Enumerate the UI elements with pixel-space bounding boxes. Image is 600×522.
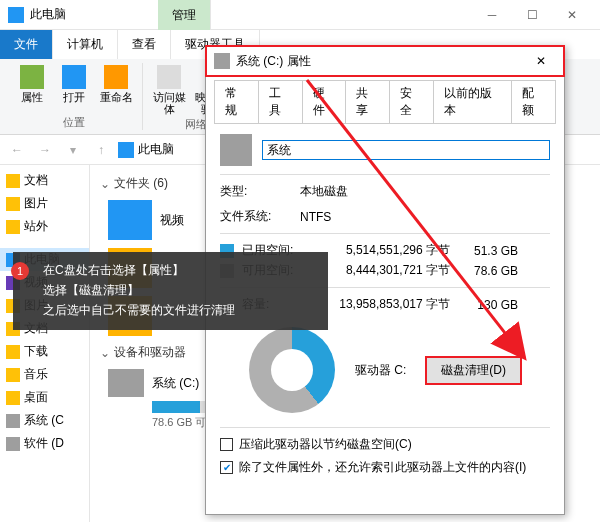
minimize-button[interactable]: ─: [472, 1, 512, 29]
properties-title: 系统 (C:) 属性: [236, 53, 526, 70]
folder-icon: [6, 391, 20, 405]
chevron-down-icon: ⌄: [100, 346, 110, 360]
folder-icon: [6, 220, 20, 234]
nav-recent[interactable]: ▾: [62, 139, 84, 161]
disk-icon: [214, 53, 230, 69]
tab-file[interactable]: 文件: [0, 30, 53, 59]
explorer-titlebar: 此电脑 管理 ─ ☐ ✕: [0, 0, 600, 30]
type-label: 类型:: [220, 183, 290, 200]
checkbox-unchecked-icon: [220, 438, 233, 451]
compress-checkbox-row[interactable]: 压缩此驱动器以节约磁盘空间(C): [220, 436, 550, 453]
drive-c-label: 系统 (C:): [152, 375, 199, 392]
rename-icon: [104, 65, 128, 89]
used-bytes: 5,514,551,296 字节: [320, 242, 450, 259]
tree-documents[interactable]: 文档: [0, 169, 89, 192]
tab-view[interactable]: 查看: [118, 30, 171, 59]
properties-titlebar: 系统 (C:) 属性 ✕: [206, 46, 564, 76]
maximize-button[interactable]: ☐: [512, 1, 552, 29]
breadcrumb[interactable]: 此电脑: [118, 141, 174, 158]
disk-cleanup-button[interactable]: 磁盘清理(D): [426, 357, 521, 384]
video-folder-icon: [108, 200, 152, 240]
open-icon: [62, 65, 86, 89]
free-gb: 78.6 GB: [458, 264, 518, 278]
tutorial-line1: 在C盘处右击选择【属性】: [43, 260, 318, 280]
type-value: 本地磁盘: [300, 183, 348, 200]
tree-drive-c[interactable]: 系统 (C: [0, 409, 89, 432]
drive-name-input[interactable]: [262, 140, 550, 160]
fs-label: 文件系统:: [220, 208, 290, 225]
breadcrumb-this-pc: 此电脑: [138, 141, 174, 158]
properties-tabs: 常规 工具 硬件 共享 安全 以前的版本 配额: [206, 76, 564, 123]
tree-downloads[interactable]: 下载: [0, 340, 89, 363]
fs-value: NTFS: [300, 210, 331, 224]
properties-close-button[interactable]: ✕: [526, 54, 556, 68]
disk-icon: [220, 134, 252, 166]
tree-pictures[interactable]: 图片: [0, 192, 89, 215]
ribbon-group-location: 位置: [63, 115, 85, 130]
ribbon-rename[interactable]: 重命名: [96, 63, 136, 105]
folder-icon: [6, 368, 20, 382]
tutorial-line3: 之后选中自己不需要的文件进行清理: [43, 300, 318, 320]
tree-sites[interactable]: 站外: [0, 215, 89, 238]
tab-general[interactable]: 常规: [214, 80, 259, 123]
chevron-down-icon: ⌄: [100, 177, 110, 191]
ribbon-open[interactable]: 打开: [54, 63, 94, 105]
tab-sharing[interactable]: 共享: [346, 80, 390, 123]
usage-pie-chart: [249, 327, 335, 413]
disk-icon: [6, 414, 20, 428]
drive-c-label: 驱动器 C:: [355, 362, 406, 379]
tab-previous[interactable]: 以前的版本: [434, 80, 512, 123]
capacity-bytes: 13,958,853,017 字节: [320, 296, 450, 313]
index-checkbox-row[interactable]: ✔除了文件属性外，还允许索引此驱动器上文件的内容(I): [220, 459, 550, 476]
manage-context-tab[interactable]: 管理: [158, 0, 211, 30]
media-icon: [157, 65, 181, 89]
tab-hardware[interactable]: 硬件: [303, 80, 347, 123]
used-gb: 51.3 GB: [458, 244, 518, 258]
close-button[interactable]: ✕: [552, 1, 592, 29]
nav-up[interactable]: ↑: [90, 139, 112, 161]
ribbon-group-network: 网络: [185, 117, 207, 132]
checkbox-checked-icon: ✔: [220, 461, 233, 474]
tab-security[interactable]: 安全: [390, 80, 434, 123]
this-pc-icon: [118, 142, 134, 158]
ribbon-properties[interactable]: 属性: [12, 63, 52, 105]
nav-back[interactable]: ←: [6, 139, 28, 161]
disk-icon: [108, 369, 144, 397]
tab-tools[interactable]: 工具: [259, 80, 303, 123]
free-bytes: 8,444,301,721 字节: [320, 262, 450, 279]
folder-icon: [6, 174, 20, 188]
capacity-gb: 130 GB: [458, 298, 518, 312]
tree-desktop[interactable]: 桌面: [0, 386, 89, 409]
check-icon: [20, 65, 44, 89]
window-title: 此电脑: [30, 6, 472, 23]
tree-music[interactable]: 音乐: [0, 363, 89, 386]
this-pc-icon: [8, 7, 24, 23]
ribbon-access-media[interactable]: 访问媒体: [149, 63, 189, 117]
folder-icon: [6, 197, 20, 211]
folder-icon: [6, 345, 20, 359]
disk-icon: [6, 437, 20, 451]
tutorial-callout: 1 在C盘处右击选择【属性】 选择【磁盘清理】 之后选中自己不需要的文件进行清理: [13, 252, 328, 330]
nav-forward[interactable]: →: [34, 139, 56, 161]
tab-computer[interactable]: 计算机: [53, 30, 118, 59]
nav-tree[interactable]: 文档 图片 站外 此电脑 视频 图片 文档 下载 音乐 桌面 系统 (C 软件 …: [0, 165, 90, 522]
tree-drive-d[interactable]: 软件 (D: [0, 432, 89, 455]
tutorial-step-number: 1: [11, 262, 29, 280]
tab-quota[interactable]: 配额: [512, 80, 556, 123]
tutorial-line2: 选择【磁盘清理】: [43, 280, 318, 300]
